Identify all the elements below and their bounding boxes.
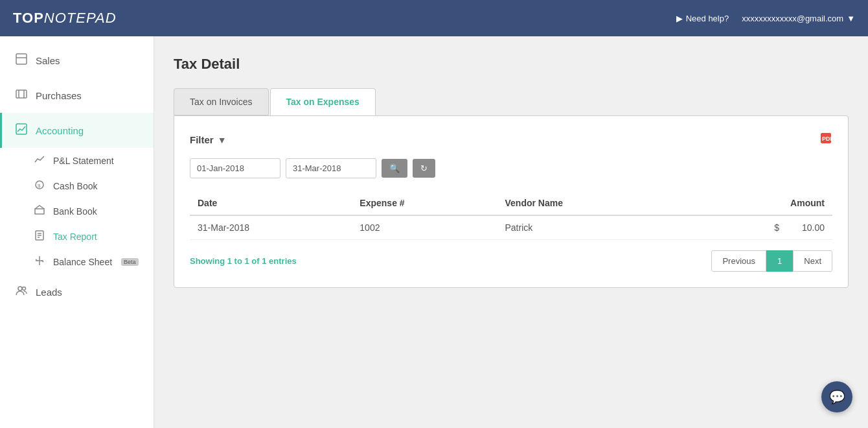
filter-icon: ▼ (218, 135, 227, 145)
svg-point-17 (18, 287, 22, 291)
main-content: Tax Detail Tax on Invoices Tax on Expens… (154, 36, 868, 428)
sidebar-item-leads[interactable]: Leads (0, 274, 154, 309)
sidebar-item-purchases[interactable]: Purchases (0, 78, 154, 113)
sidebar-label-pl: P&L Statement (53, 156, 114, 166)
from-date-input[interactable] (190, 158, 280, 178)
showing-text: Showing 1 to 1 of 1 entries (190, 256, 297, 266)
sidebar-label-balance-sheet: Balance Sheet (53, 257, 112, 267)
filter-title: Filter ▼ (190, 134, 227, 145)
sidebar-label-leads: Leads (36, 287, 62, 298)
tab-tax-on-invoices[interactable]: Tax on Invoices (174, 88, 269, 115)
header-right: ▶ Need help? xxxxxxxxxxxxx@gmail.com ▼ (676, 14, 855, 23)
filter-label: Filter (190, 134, 214, 145)
header: TopNotepad ▶ Need help? xxxxxxxxxxxxx@gm… (0, 0, 868, 36)
pagination: Previous 1 Next (711, 250, 832, 272)
col-expense-num: Expense # (352, 191, 497, 215)
sidebar-item-tax-report[interactable]: Tax Report (0, 224, 154, 249)
table-row: 31-Mar-2018 1002 Patrick $ 10.00 (190, 215, 832, 240)
col-amount: Amount (674, 191, 832, 215)
sidebar-label-purchases: Purchases (36, 90, 82, 101)
sidebar-label-bank-book: Bank Book (53, 206, 97, 217)
help-label: Need help? (686, 14, 729, 23)
pl-statement-icon (34, 154, 45, 167)
content-card: Filter ▼ PDF 🔍 ↻ (174, 115, 849, 288)
search-icon: 🔍 (389, 163, 400, 173)
sidebar-sub-menu: P&L Statement $ Cash Book Bank Book (0, 148, 154, 274)
purchases-icon (15, 88, 28, 102)
previous-button[interactable]: Previous (711, 250, 766, 272)
table-header-row: Date Expense # Vendor Name Amount (190, 191, 832, 215)
user-email: xxxxxxxxxxxxx@gmail.com (742, 14, 843, 23)
leads-icon (15, 285, 28, 299)
svg-point-18 (23, 287, 26, 291)
sidebar-item-sales[interactable]: Sales (0, 43, 154, 78)
logo: TopNotepad (13, 10, 117, 27)
user-menu[interactable]: xxxxxxxxxxxxx@gmail.com ▼ (742, 14, 855, 23)
reset-button[interactable]: ↻ (413, 159, 435, 178)
sidebar: Sales Purchases Accounting (0, 36, 154, 428)
next-button[interactable]: Next (793, 250, 832, 272)
col-vendor-name: Vendor Name (497, 191, 674, 215)
svg-rect-2 (16, 90, 27, 98)
data-table: Date Expense # Vendor Name Amount 31-Mar… (190, 191, 832, 240)
showing-suffix: of 1 entries (249, 256, 297, 266)
filter-row: Filter ▼ PDF (190, 132, 832, 148)
col-date: Date (190, 191, 352, 215)
cell-amount: $ 10.00 (674, 215, 832, 240)
cash-book-icon: $ (34, 180, 45, 192)
sidebar-item-accounting[interactable]: Accounting (0, 113, 154, 148)
to-date-input[interactable] (286, 158, 376, 178)
sales-icon (15, 53, 28, 67)
help-icon: ▶ (676, 14, 683, 23)
sidebar-item-pl-statement[interactable]: P&L Statement (0, 148, 154, 173)
sidebar-item-cash-book[interactable]: $ Cash Book (0, 173, 154, 198)
svg-text:$: $ (38, 183, 41, 189)
search-button[interactable]: 🔍 (382, 159, 407, 178)
beta-badge: Beta (121, 258, 139, 266)
sidebar-label-accounting: Accounting (36, 125, 84, 136)
sidebar-item-bank-book[interactable]: Bank Book (0, 198, 154, 224)
pagination-row: Showing 1 to 1 of 1 entries Previous 1 N… (190, 250, 832, 272)
export-icon[interactable]: PDF (819, 132, 832, 148)
svg-text:PDF: PDF (822, 136, 832, 142)
bank-book-icon (34, 205, 45, 217)
chat-icon: 💬 (829, 389, 845, 405)
cell-date[interactable]: 31-Mar-2018 (190, 215, 352, 240)
tab-tax-on-expenses[interactable]: Tax on Expenses (270, 88, 376, 115)
chat-bubble[interactable]: 💬 (821, 381, 852, 412)
reset-icon: ↻ (420, 163, 428, 173)
page-1-button[interactable]: 1 (766, 250, 793, 272)
svg-rect-8 (35, 209, 44, 214)
showing-prefix: Showing (190, 256, 227, 266)
filter-inputs: 🔍 ↻ (190, 158, 832, 178)
layout: Sales Purchases Accounting (0, 36, 868, 428)
cell-vendor-name[interactable]: Patrick (497, 215, 674, 240)
help-link[interactable]: ▶ Need help? (676, 14, 729, 23)
accounting-icon (15, 123, 28, 137)
showing-range: 1 to 1 (227, 256, 249, 266)
sidebar-label-tax-report: Tax Report (53, 232, 97, 242)
tax-report-icon (34, 230, 45, 243)
balance-sheet-icon (34, 256, 45, 268)
tabs: Tax on Invoices Tax on Expenses (174, 88, 849, 115)
sidebar-label-cash-book: Cash Book (53, 181, 97, 191)
sidebar-label-sales: Sales (36, 55, 60, 66)
chevron-down-icon: ▼ (847, 14, 855, 23)
svg-rect-0 (16, 54, 27, 64)
sidebar-item-balance-sheet[interactable]: Balance Sheet Beta (0, 249, 154, 274)
cell-expense-num[interactable]: 1002 (352, 215, 497, 240)
svg-rect-5 (16, 124, 27, 134)
page-title: Tax Detail (174, 56, 849, 73)
